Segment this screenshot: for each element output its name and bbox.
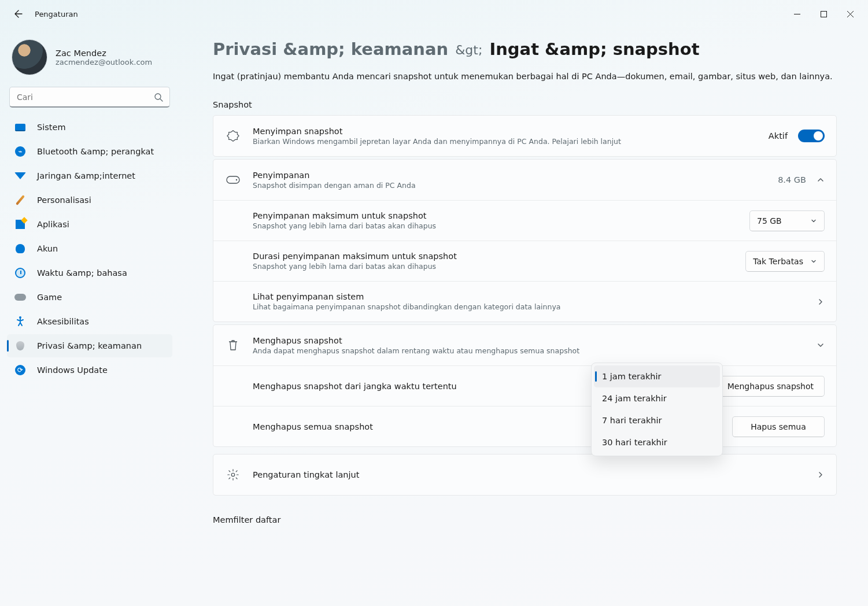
sidebar-item-system[interactable]: Sistem (7, 116, 172, 139)
sidebar-item-label: Waktu &amp; bahasa (37, 268, 127, 278)
search-icon (154, 93, 163, 102)
chevron-down-icon (810, 217, 817, 224)
close-icon (847, 11, 854, 17)
search-input[interactable] (9, 87, 170, 108)
avatar (12, 39, 47, 75)
sidebar-item-accounts[interactable]: Akun (7, 237, 172, 260)
storage-row[interactable]: Penyimpanan Snapshot disimpan dengan ama… (213, 160, 836, 200)
bluetooth-icon: ⌁ (14, 145, 27, 158)
minimize-button[interactable] (784, 2, 810, 25)
delete-title: Menghapus snapshot (253, 336, 817, 345)
gear-icon (225, 467, 241, 483)
section-filter-label: Memfilter daftar (213, 515, 837, 524)
storage-used: 8.4 GB (778, 175, 806, 184)
sidebar-item-network[interactable]: Jaringan &amp;internet (7, 164, 172, 187)
toggle-state-label: Aktif (769, 131, 788, 141)
app-title: Pengaturan (35, 10, 78, 19)
user-icon (14, 242, 27, 255)
sidebar-item-privacy[interactable]: Privasi &amp; keamanan (7, 334, 172, 357)
advanced-row[interactable]: Pengaturan tingkat lanjut (213, 454, 836, 495)
chevron-down-icon (817, 341, 825, 349)
sidebar-item-apps[interactable]: Aplikasi (7, 213, 172, 236)
delete-desc: Anda dapat menghapus snapshot dalam rent… (253, 346, 817, 355)
save-snapshots-toggle[interactable] (798, 130, 825, 142)
dropdown-item-1h[interactable]: 1 jam terakhir (594, 365, 720, 387)
max-duration-title: Durasi penyimpanan maksimum untuk snapsh… (253, 252, 745, 261)
breadcrumb: Privasi &amp; keamanan &gt; Ingat &amp; … (213, 39, 837, 59)
system-icon (14, 121, 27, 134)
dropdown-item-30d[interactable]: 30 hari terakhir (594, 431, 720, 453)
window-controls (784, 2, 863, 25)
sidebar-item-label: Akun (37, 244, 58, 253)
sidebar-item-label: Aplikasi (37, 220, 69, 229)
max-storage-row: Penyimpanan maksimum untuk snapshot Snap… (213, 200, 836, 241)
sidebar-item-label: Bluetooth &amp; perangkat (37, 147, 154, 156)
view-system-storage-row[interactable]: Lihat penyimpanan sistem Lihat bagaimana… (213, 281, 836, 322)
chevron-right-icon: &gt; (455, 43, 482, 57)
sidebar-item-label: Personalisasi (37, 195, 91, 205)
delete-row[interactable]: Menghapus snapshot Anda dapat menghapus … (213, 325, 836, 365)
sidebar-nav: Sistem ⌁Bluetooth &amp; perangkat Jaring… (7, 116, 172, 382)
brush-icon (14, 194, 27, 206)
user-name: Zac Mendez (56, 49, 152, 58)
sidebar-item-gaming[interactable]: Game (7, 286, 172, 309)
max-duration-desc: Snapshot yang lebih lama dari batas akan… (253, 262, 745, 271)
search-box (9, 87, 170, 108)
sidebar-item-label: Windows Update (37, 365, 108, 375)
delete-group: Menghapus snapshot Anda dapat menghapus … (213, 324, 837, 447)
clock-icon (14, 267, 27, 279)
view-storage-desc: Lihat bagaimana penyimpanan snapshot dib… (253, 302, 817, 311)
update-icon: ⟳ (14, 364, 27, 376)
storage-title: Penyimpanan (253, 171, 778, 180)
sidebar-item-personalization[interactable]: Personalisasi (7, 189, 172, 212)
breadcrumb-parent[interactable]: Privasi &amp; keamanan (213, 39, 448, 59)
sidebar-item-time[interactable]: Waktu &amp; bahasa (7, 261, 172, 284)
page-title: Ingat &amp; snapshot (489, 39, 699, 59)
advanced-title: Pengaturan tingkat lanjut (253, 470, 817, 479)
user-email: zacmendez@outlook.com (56, 58, 152, 66)
apps-icon (14, 218, 27, 231)
svg-point-4 (236, 179, 237, 180)
dropdown-item-7d[interactable]: 7 hari terakhir (594, 409, 720, 431)
delete-all-row: Menghapus semua snapshot Hapus semua (213, 406, 836, 446)
maximize-button[interactable] (810, 2, 837, 25)
sidebar-item-label: Privasi &amp; keamanan (37, 341, 142, 350)
save-snapshots-card: Menyimpan snapshot Biarkan Windows menga… (213, 115, 837, 157)
svg-point-1 (155, 94, 161, 99)
profile-block[interactable]: Zac Mendez zacmendez@outlook.com (7, 34, 172, 86)
max-duration-select[interactable]: Tak Terbatas (745, 251, 825, 272)
svg-rect-3 (227, 176, 239, 183)
storage-icon (225, 172, 241, 188)
chevron-up-icon (817, 176, 825, 184)
title-bar: Pengaturan (0, 0, 868, 28)
dropdown-item-24h[interactable]: 24 jam terakhir (594, 387, 720, 409)
save-snapshots-title: Menyimpan snapshot (253, 127, 769, 136)
sidebar-item-label: Jaringan &amp;internet (37, 171, 135, 180)
max-storage-title: Penyimpanan maksimum untuk snapshot (253, 211, 749, 220)
section-snapshot-label: Snapshot (213, 100, 837, 109)
snapshot-icon (225, 128, 241, 144)
sidebar-item-bluetooth[interactable]: ⌁Bluetooth &amp; perangkat (7, 140, 172, 163)
sidebar-item-label: Sistem (37, 123, 66, 132)
sidebar-item-update[interactable]: ⟳Windows Update (7, 359, 172, 382)
delete-all-button[interactable]: Hapus semua (732, 416, 825, 437)
chevron-right-icon (817, 471, 825, 479)
chevron-right-icon (817, 298, 825, 306)
accessibility-icon (14, 315, 27, 328)
max-duration-row: Durasi penyimpanan maksimum untuk snapsh… (213, 241, 836, 281)
save-snapshots-row: Menyimpan snapshot Biarkan Windows menga… (213, 116, 836, 156)
max-storage-desc: Snapshot yang lebih lama dari batas akan… (253, 221, 749, 230)
minimize-icon (794, 11, 800, 17)
max-storage-select[interactable]: 75 GB (749, 210, 825, 231)
arrow-left-icon (14, 9, 23, 19)
back-button[interactable] (7, 2, 30, 25)
sidebar: Zac Mendez zacmendez@outlook.com Sistem … (0, 28, 179, 606)
save-snapshots-desc: Biarkan Windows mengambil jepretan layar… (253, 137, 769, 146)
view-storage-title: Lihat penyimpanan sistem (253, 292, 817, 301)
sidebar-item-label: Game (37, 293, 62, 302)
close-button[interactable] (837, 2, 863, 25)
sidebar-item-accessibility[interactable]: Aksesibilitas (7, 310, 172, 333)
max-storage-value: 75 GB (757, 216, 782, 226)
delete-range-button[interactable]: Menghapus snapshot (716, 376, 825, 397)
shield-icon (14, 339, 27, 352)
